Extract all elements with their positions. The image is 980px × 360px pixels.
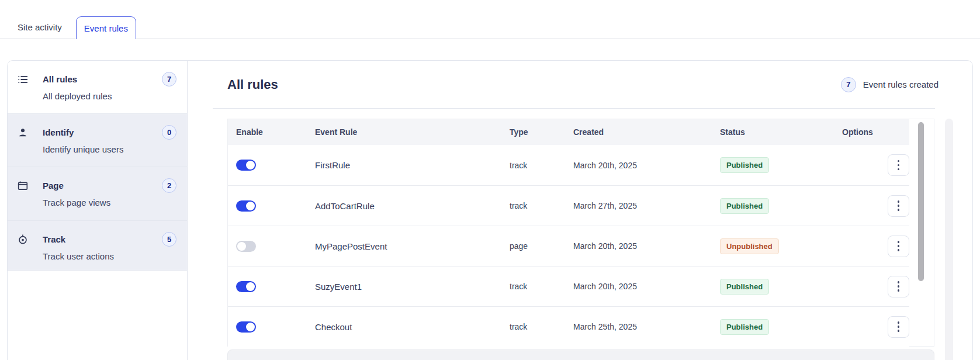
column-header: Event Rule [315,127,510,137]
status-cell: Unpublished [720,238,842,254]
toggle-knob [246,323,255,331]
sidebar-count-badge: 5 [162,232,176,247]
sidebar-item-title: Track [43,234,65,245]
rules-table-container: Enable Event Rule Type Created Status Op… [227,119,934,347]
row-options-button[interactable] [888,195,909,217]
table-row: AddToCartRule track March 27th, 2025 Pub… [228,185,909,226]
column-header: Created [573,127,720,137]
sidebar-item-all-rules[interactable]: All rules 7 All deployed rules [8,61,187,114]
rule-type: track [510,322,573,331]
tab-bar: Site activity Event rules [0,0,980,39]
kebab-icon [898,281,900,292]
toggle-knob [246,161,255,169]
rule-name: AddToCartRule [315,201,510,211]
kebab-icon [898,241,900,251]
table-scrollbar-track[interactable] [918,122,924,344]
row-options-button[interactable] [888,276,909,297]
sidebar-item-title: All rules [43,74,77,85]
rule-name: FirstRule [315,160,510,170]
enable-toggle[interactable] [236,321,256,333]
header-divider [213,108,935,109]
sidebar: All rules 7 All deployed rules Identify … [8,61,188,360]
rule-created-date: March 20th, 2025 [573,161,720,170]
status-badge: Published [720,157,769,173]
status-badge: Unpublished [720,238,779,254]
enable-cell [236,241,315,252]
main-header: All rules 7 Event rules created [188,61,972,108]
rule-type: track [510,161,573,170]
status-cell: Published [720,198,842,214]
rule-type: track [510,201,573,210]
status-badge: Published [720,279,769,295]
rule-created-date: March 27th, 2025 [573,201,720,210]
rule-type: page [510,241,573,251]
sidebar-count-badge: 7 [162,72,176,86]
table-row: SuzyEvent1 track March 20th, 2025 Publis… [228,266,909,306]
rule-type: track [510,282,573,291]
rules-count-badge: 7 [841,77,856,92]
toggle-knob [246,202,255,210]
enable-cell [236,200,315,212]
status-badge: Published [720,319,769,335]
rule-created-date: March 20th, 2025 [573,241,720,251]
enable-cell [236,321,315,333]
rule-name: MyPagePostEvent [315,241,510,251]
table-header-row: Enable Event Rule Type Created Status Op… [228,119,909,145]
enable-cell [236,281,315,292]
table-scrollbar-thumb[interactable] [918,122,924,281]
sidebar-item-subtitle: Track page views [43,197,176,209]
sidebar-item-track[interactable]: Track 5 Track user actions [8,221,187,271]
list-icon [18,74,28,85]
table-row: FirstRule track March 20th, 2025 Publish… [228,145,909,185]
table-body: FirstRule track March 20th, 2025 Publish… [228,145,934,347]
event-rules-panel: All rules 7 All deployed rules Identify … [7,60,973,360]
sidebar-count-badge: 0 [162,125,176,140]
sidebar-item-title: Identify [43,127,74,139]
user-icon [18,127,28,138]
rule-created-date: March 25th, 2025 [573,322,720,331]
status-cell: Published [720,319,842,335]
status-cell: Published [720,157,842,173]
column-header: Type [510,127,573,137]
status-badge: Published [720,198,769,214]
enable-toggle[interactable] [236,281,256,292]
tab-site-activity[interactable]: Site activity [16,16,63,39]
column-header: Options [842,127,909,137]
sidebar-item-subtitle: Identify unique users [43,144,176,155]
kebab-icon [898,321,900,332]
enable-cell [236,160,315,171]
toggle-knob [237,242,246,251]
sidebar-item-page[interactable]: Page 2 Track page views [8,167,187,221]
row-options-button[interactable] [888,316,909,338]
sidebar-item-subtitle: All deployed rules [43,91,176,102]
row-options-button[interactable] [888,154,909,176]
enable-toggle[interactable] [236,241,256,252]
enable-toggle[interactable] [236,200,256,212]
rules-created-summary: 7 Event rules created [841,77,939,92]
main-content: All rules 7 Event rules created Enable E… [188,61,972,360]
page-title: All rules [227,77,278,92]
column-header: Status [720,127,842,137]
enable-toggle[interactable] [236,160,256,171]
row-options-button[interactable] [888,236,909,257]
sidebar-item-identify[interactable]: Identify 0 Identify unique users [8,114,187,167]
rule-name: SuzyEvent1 [315,282,510,292]
sidebar-count-badge: 2 [162,178,176,193]
rule-name: Checkout [315,322,510,332]
toggle-knob [246,282,255,291]
panel-scrollbar-track[interactable] [945,119,953,360]
rules-created-label: Event rules created [863,79,939,89]
clipped-next-section [227,349,934,360]
kebab-icon [898,200,900,211]
column-header: Enable [236,127,315,137]
tab-event-rules[interactable]: Event rules [76,16,136,39]
table-row: Checkout track March 25th, 2025 Publishe… [228,306,909,347]
kebab-icon [898,160,900,171]
table-row: MyPagePostEvent page March 20th, 2025 Un… [228,226,909,266]
window-icon [18,181,28,191]
sidebar-item-title: Page [43,180,64,192]
sidebar-item-subtitle: Track user actions [43,251,176,262]
status-cell: Published [720,279,842,295]
target-icon [18,234,28,245]
rule-created-date: March 20th, 2025 [573,282,720,291]
